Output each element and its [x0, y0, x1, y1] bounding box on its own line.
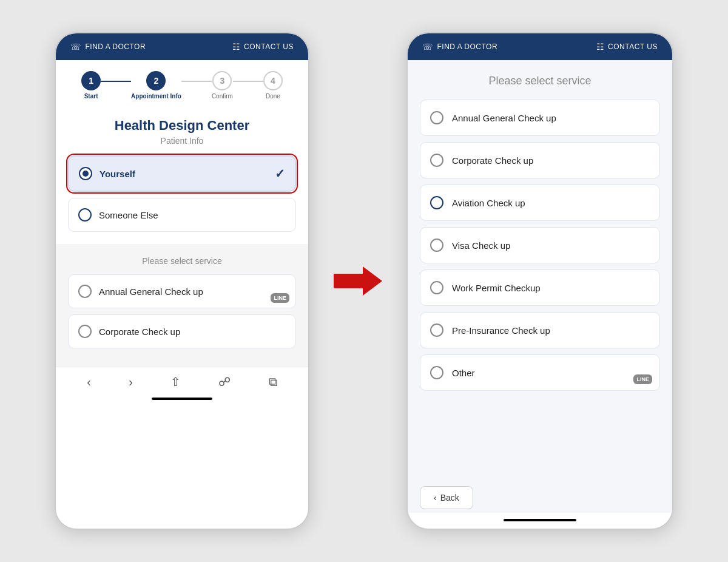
bottom-nav: ‹ › ⇧ ☍ ⧉	[56, 367, 308, 394]
share-nav-icon[interactable]: ⇧	[170, 374, 181, 389]
corporate-right-label: Corporate Check up	[452, 155, 533, 166]
corporate-service-option[interactable]: Corporate Check up	[68, 314, 296, 348]
left-phone: ☏ FIND A DOCTOR ☷ CONTACT US 1 Start 2 A…	[55, 32, 309, 530]
someone-else-option[interactable]: Someone Else	[68, 198, 296, 232]
pre-insurance-right-radio[interactable]	[430, 323, 443, 337]
svg-marker-0	[334, 266, 382, 296]
back-nav-icon[interactable]: ‹	[87, 375, 91, 389]
visa-right-radio[interactable]	[430, 239, 443, 252]
corporate-right-radio[interactable]	[430, 154, 443, 167]
arrow-container	[334, 263, 382, 299]
tabs-nav-icon[interactable]: ⧉	[269, 375, 277, 389]
service-pre-insurance[interactable]: Pre-Insurance Check up	[420, 312, 660, 348]
other-right-radio[interactable]	[430, 366, 443, 379]
step-1: 1 Start	[81, 71, 101, 100]
other-right-label: Other	[452, 368, 475, 378]
step-1-circle: 1	[81, 71, 101, 90]
step-2-label: Appointment Info	[131, 93, 181, 100]
service-panel-body: Please select service Annual General Che…	[408, 60, 672, 479]
step-line-1-2	[101, 81, 131, 82]
aviation-right-radio[interactable]	[430, 196, 443, 209]
aviation-right-label: Aviation Check up	[452, 198, 525, 208]
home-indicator	[152, 398, 212, 400]
chat-icon: ☷	[232, 42, 241, 52]
service-aviation[interactable]: Aviation Check up	[420, 185, 660, 221]
step-3: 3 Confirm	[212, 71, 233, 100]
please-select-title: Please select service	[420, 75, 660, 87]
phone-icon: ☏	[70, 42, 82, 52]
contact-us-link[interactable]: ☷ CONTACT US	[232, 42, 294, 52]
service-corporate[interactable]: Corporate Check up	[420, 142, 660, 178]
service-other[interactable]: Other LINE	[420, 354, 660, 391]
step-2: 2 Appointment Info	[131, 71, 181, 100]
find-doctor-link[interactable]: ☏ FIND A DOCTOR	[70, 42, 146, 52]
step-4: 4 Done	[263, 71, 283, 100]
right-phone-header: ☏ FIND A DOCTOR ☷ CONTACT US	[408, 33, 672, 60]
patient-info-label: Patient Info	[68, 136, 296, 146]
right-arrow-icon	[334, 263, 382, 299]
step-3-label: Confirm	[212, 93, 233, 100]
someone-else-radio[interactable]	[78, 208, 92, 222]
service-annual[interactable]: Annual General Check up	[420, 100, 660, 136]
right-contact-us-link[interactable]: ☷ CONTACT US	[596, 42, 658, 52]
steps-progress: 1 Start 2 Appointment Info 3 Confirm 4 D…	[56, 60, 308, 106]
step-line-2-3	[181, 81, 212, 82]
corporate-label: Corporate Check up	[99, 327, 180, 337]
visa-right-label: Visa Check up	[452, 240, 510, 251]
yourself-radio[interactable]	[79, 167, 92, 180]
annual-right-radio[interactable]	[430, 111, 443, 124]
service-work-permit[interactable]: Work Permit Checkup	[420, 269, 660, 306]
right-phone-icon: ☏	[422, 42, 434, 52]
left-phone-header: ☏ FIND A DOCTOR ☷ CONTACT US	[56, 33, 308, 60]
step-4-circle: 4	[263, 71, 283, 90]
work-permit-right-radio[interactable]	[430, 281, 443, 294]
right-chat-icon: ☷	[596, 42, 605, 52]
service-section-label: Please select service	[68, 256, 296, 266]
annual-right-label: Annual General Check up	[452, 113, 556, 123]
right-phone: ☏ FIND A DOCTOR ☷ CONTACT US Please sele…	[406, 32, 673, 530]
main-content-area: Health Design Center Patient Info Yourse…	[56, 106, 308, 244]
annual-radio[interactable]	[78, 285, 92, 298]
yourself-option[interactable]: Yourself ✓	[68, 155, 296, 192]
back-btn-row: ‹ Back	[408, 479, 672, 513]
right-home-indicator	[504, 519, 576, 521]
right-line-badge: LINE	[633, 374, 652, 384]
right-find-doctor-link[interactable]: ☏ FIND A DOCTOR	[422, 42, 497, 52]
yourself-label: Yourself	[99, 169, 268, 179]
step-1-label: Start	[84, 93, 98, 100]
page-title: Health Design Center	[68, 118, 296, 134]
step-line-3-4	[233, 81, 263, 82]
work-permit-right-label: Work Permit Checkup	[452, 283, 541, 293]
someone-else-label: Someone Else	[99, 210, 286, 220]
service-visa[interactable]: Visa Check up	[420, 227, 660, 263]
step-3-circle: 3	[212, 71, 232, 90]
step-2-circle: 2	[146, 71, 166, 90]
radio-inner-dot	[83, 171, 89, 177]
back-button[interactable]: ‹ Back	[420, 486, 473, 509]
corporate-radio[interactable]	[78, 325, 92, 338]
check-icon: ✓	[275, 166, 285, 181]
annual-label: Annual General Check up	[99, 286, 203, 297]
step-4-label: Done	[266, 93, 280, 100]
forward-nav-icon[interactable]: ›	[129, 375, 133, 389]
back-chevron-icon: ‹	[434, 493, 437, 503]
line-badge: LINE	[271, 293, 289, 303]
bookmarks-nav-icon[interactable]: ☍	[218, 374, 231, 389]
service-section: Please select service Annual General Che…	[56, 244, 308, 367]
annual-service-option[interactable]: Annual General Check up LINE	[68, 274, 296, 308]
pre-insurance-right-label: Pre-Insurance Check up	[452, 325, 550, 336]
